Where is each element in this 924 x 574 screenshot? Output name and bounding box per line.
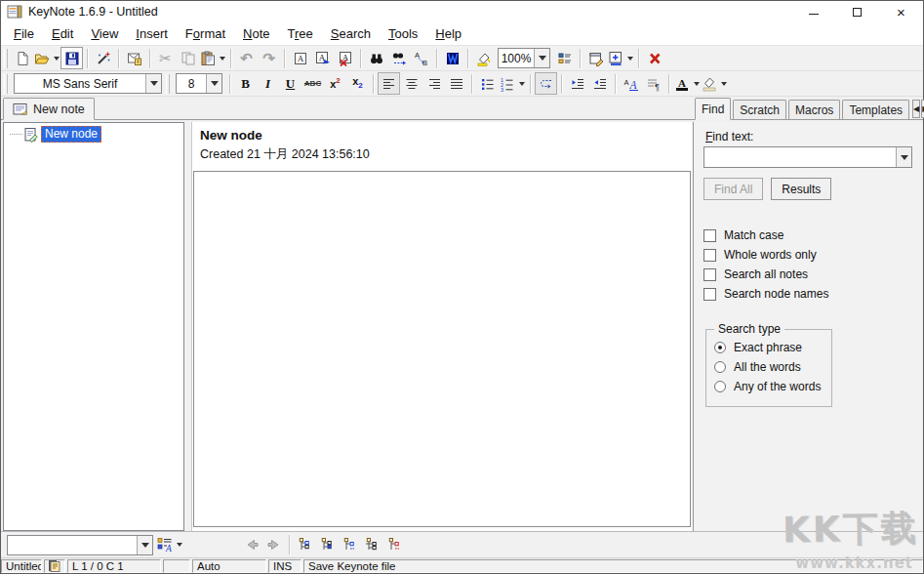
style-select-combo[interactable]	[7, 535, 153, 555]
word-wrap-button[interactable]	[535, 72, 557, 95]
dropdown-arrow-icon[interactable]	[534, 49, 549, 67]
font-size-combo[interactable]: 8	[176, 73, 222, 94]
tab-scroll-left[interactable]: ◀	[912, 100, 920, 118]
panel-tab-templates[interactable]: Templates	[842, 100, 909, 119]
highlight-button[interactable]	[472, 47, 495, 69]
results-button[interactable]: Results	[771, 178, 831, 200]
radio-all-the-words[interactable]	[714, 361, 726, 373]
menu-edit[interactable]: Edit	[43, 24, 82, 43]
paragraph-dialog-button[interactable]: ¶	[642, 72, 664, 95]
quit-button[interactable]	[643, 47, 665, 69]
maximize-button[interactable]	[835, 1, 879, 22]
outdent-button[interactable]	[566, 72, 588, 95]
insert-node-button[interactable]	[607, 47, 634, 69]
find-all-button[interactable]: Find All	[703, 178, 763, 200]
strikethrough-button[interactable]: ABC	[301, 72, 324, 95]
menu-file[interactable]: File	[5, 24, 43, 43]
bold-button[interactable]: B	[234, 72, 257, 95]
menu-view[interactable]: View	[82, 24, 127, 43]
panel-tab-macros[interactable]: Macros	[788, 100, 840, 119]
dropdown-arrow-icon[interactable]	[137, 536, 152, 554]
history-back-button[interactable]	[240, 534, 262, 556]
menu-search[interactable]: Search	[322, 24, 380, 43]
subscript-button[interactable]: x2	[346, 72, 369, 95]
apply-style-button[interactable]: A	[156, 534, 183, 556]
goto-last-node-button[interactable]	[383, 534, 406, 556]
dropdown-caret-icon[interactable]	[721, 82, 727, 86]
checkbox-match-case[interactable]	[703, 229, 716, 242]
copy-button[interactable]	[177, 47, 199, 69]
delete-note-button[interactable]: A	[334, 47, 356, 69]
checkbox-whole-words-only[interactable]	[703, 249, 716, 262]
new-note-button[interactable]: A	[289, 47, 311, 69]
align-justify-button[interactable]	[445, 72, 467, 95]
checkbox-search-node-names[interactable]	[703, 288, 716, 301]
radio-exact-phrase[interactable]	[714, 342, 726, 353]
close-button[interactable]: ×	[879, 1, 923, 22]
font-color-button[interactable]: A	[673, 72, 701, 95]
menu-insert[interactable]: Insert	[127, 24, 177, 43]
panel-tab-scratch[interactable]: Scratch	[733, 100, 786, 119]
paste-button[interactable]	[199, 47, 226, 69]
dropdown-caret-icon[interactable]	[627, 57, 633, 61]
dropdown-caret-icon[interactable]	[220, 57, 225, 61]
panel-tab-find[interactable]: Find	[695, 98, 731, 120]
dropdown-arrow-icon[interactable]	[145, 74, 161, 93]
bullets-button[interactable]	[476, 72, 499, 95]
new-file-button[interactable]	[11, 47, 33, 69]
redo-button[interactable]: ↷	[258, 47, 280, 69]
align-center-button[interactable]	[400, 72, 422, 95]
tree-node-label[interactable]: New node	[41, 126, 101, 143]
save-file-button[interactable]	[60, 47, 83, 69]
align-left-button[interactable]	[378, 72, 400, 95]
find-next-button[interactable]	[387, 47, 410, 69]
menu-tools[interactable]: Tools	[380, 24, 426, 43]
undo-button[interactable]: ↶	[235, 47, 258, 69]
menu-format[interactable]: Format	[177, 24, 234, 43]
format-style-button[interactable]	[441, 47, 463, 69]
numbering-icon: 123	[500, 76, 515, 92]
menu-note[interactable]: Note	[234, 24, 278, 43]
rename-note-button[interactable]: A	[311, 47, 334, 69]
menu-tree[interactable]: Tree	[279, 24, 322, 43]
find-text-input[interactable]	[703, 146, 912, 168]
align-right-button[interactable]	[422, 72, 445, 95]
numbering-button[interactable]: 123	[499, 72, 526, 95]
goto-parent-node-button[interactable]	[361, 534, 383, 556]
align-right-icon	[426, 76, 442, 92]
underline-button[interactable]: U	[279, 72, 301, 95]
indent-button[interactable]	[588, 72, 611, 95]
menu-help[interactable]: Help	[426, 24, 470, 43]
goto-prev-node-button[interactable]	[294, 534, 316, 556]
dropdown-caret-icon[interactable]	[519, 82, 525, 86]
note-editor[interactable]	[193, 171, 691, 527]
zoom-combo[interactable]: 100%	[498, 48, 550, 68]
file-manager-button[interactable]	[92, 47, 114, 69]
history-forward-button[interactable]	[262, 534, 285, 556]
dropdown-caret-icon[interactable]	[177, 543, 182, 547]
note-tab-new-note[interactable]: New note	[3, 98, 95, 120]
cut-button[interactable]: ✂	[154, 47, 177, 69]
replace-button[interactable]: AB	[410, 47, 432, 69]
goto-next-node-button[interactable]	[316, 534, 339, 556]
dropdown-arrow-icon[interactable]	[206, 74, 221, 93]
font-dialog-button[interactable]: AA	[620, 72, 642, 95]
goto-prev-sibling-button[interactable]	[339, 534, 361, 556]
dropdown-caret-icon[interactable]	[54, 57, 60, 61]
highlight-color-button[interactable]	[701, 72, 728, 95]
note-properties-button[interactable]	[123, 47, 145, 69]
tree-splitter[interactable]	[184, 122, 191, 531]
radio-any-of-the-words[interactable]	[714, 381, 726, 392]
minimize-button[interactable]	[791, 1, 835, 22]
checkbox-search-all-notes[interactable]	[703, 268, 716, 281]
italic-button[interactable]: I	[257, 72, 279, 95]
dropdown-arrow-icon[interactable]	[896, 147, 911, 167]
dropdown-caret-icon[interactable]	[694, 82, 700, 86]
superscript-button[interactable]: x2	[324, 72, 346, 95]
view-details-button[interactable]	[553, 47, 576, 69]
tree-node[interactable]: New node	[4, 123, 183, 143]
find-button[interactable]	[365, 47, 387, 69]
font-name-combo[interactable]: MS Sans Serif	[14, 73, 162, 94]
note-info-button[interactable]	[584, 47, 607, 69]
open-file-button[interactable]	[33, 47, 60, 69]
